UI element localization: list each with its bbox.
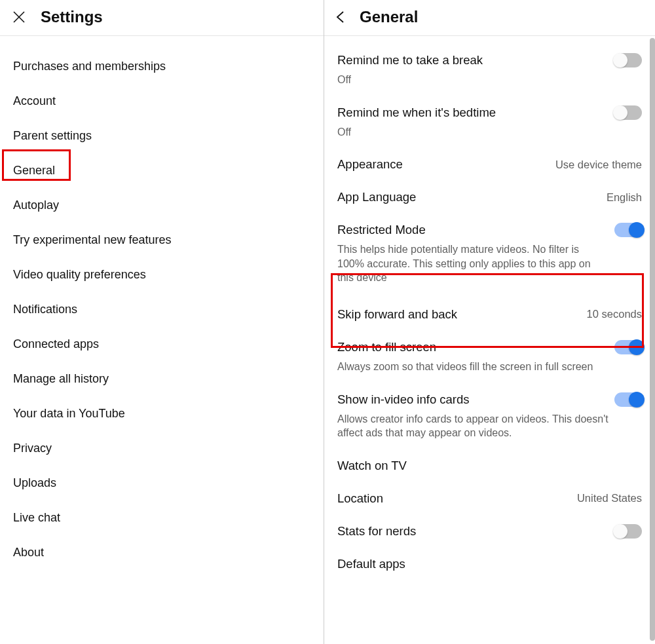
option-description: This helps hide potentially mature video… [337,242,606,285]
option-title: Watch on TV [337,459,407,473]
sidebar-item-about[interactable]: About [0,537,324,569]
sidebar-item-general[interactable]: General [0,155,324,187]
option-zoom-fill[interactable]: Zoom to fill screen Always zoom so that … [337,330,642,382]
option-state: Off [337,73,642,87]
toggle-info-cards[interactable] [614,392,642,407]
option-value: United States [577,492,642,504]
option-stats-nerds[interactable]: Stats for nerds [337,514,642,546]
option-title: Appearance [337,157,403,172]
option-default-apps[interactable]: Default apps [337,546,642,579]
sidebar-item-account[interactable]: Account [0,85,324,117]
sidebar-item-uploads[interactable]: Uploads [0,467,324,499]
option-title: Skip forward and back [337,307,457,322]
toggle-stats-nerds[interactable] [614,524,642,539]
sidebar-item-video-quality[interactable]: Video quality preferences [0,259,324,291]
sidebar-item-purchases[interactable]: Purchases and memberships [0,50,324,83]
option-location[interactable]: Location United States [337,481,642,514]
general-settings-panel: General Remind me to take a break Off Re… [324,0,655,644]
option-info-cards[interactable]: Show in-video info cards Allows creator … [337,382,642,448]
settings-header: Settings [0,0,324,36]
settings-title: Settings [41,8,103,26]
option-title: Show in-video info cards [337,392,470,407]
toggle-remind-break[interactable] [614,53,642,67]
scrollbar[interactable] [650,38,655,641]
sidebar-item-experimental[interactable]: Try experimental new features [0,224,324,256]
sidebar-item-privacy[interactable]: Privacy [0,432,324,464]
settings-sidebar: Purchases and memberships Account Parent… [0,36,324,571]
settings-sidebar-panel: Settings Purchases and memberships Accou… [0,0,324,644]
option-title: Default apps [337,557,405,571]
option-state: Off [337,125,642,140]
option-description: Allows creator info cards to appear on v… [337,412,619,440]
option-appearance[interactable]: Appearance Use device theme [337,147,642,180]
option-title: Remind me when it's bedtime [337,105,496,120]
option-title: Stats for nerds [337,524,416,539]
option-title: Restricted Mode [337,223,426,237]
option-app-language[interactable]: App Language English [337,180,642,212]
option-remind-bedtime[interactable]: Remind me when it's bedtime Off [337,95,642,147]
option-title: Remind me to take a break [337,53,483,67]
option-value: Use device theme [555,159,642,171]
sidebar-item-autoplay[interactable]: Autoplay [0,189,324,221]
toggle-zoom-fill[interactable] [614,340,642,354]
close-icon[interactable] [12,10,26,24]
back-icon[interactable] [333,10,348,24]
general-header: General [324,0,655,36]
general-title: General [360,8,418,26]
general-options-container: Remind me to take a break Off Remind me … [324,36,655,644]
sidebar-item-connected-apps[interactable]: Connected apps [0,328,324,360]
option-restricted-mode[interactable]: Restricted Mode This helps hide potentia… [337,212,642,297]
sidebar-item-parent-settings[interactable]: Parent settings [0,120,324,152]
sidebar-item-your-data[interactable]: Your data in YouTube [0,398,324,430]
option-remind-break[interactable]: Remind me to take a break Off [337,43,642,95]
sidebar-item-notifications[interactable]: Notifications [0,294,324,326]
toggle-restricted-mode[interactable] [614,223,642,237]
option-description: Always zoom so that videos fill the scre… [337,360,642,374]
option-value: 10 seconds [587,308,642,320]
general-options-list: Remind me to take a break Off Remind me … [324,36,655,579]
toggle-remind-bedtime[interactable] [614,105,642,120]
option-watch-tv[interactable]: Watch on TV [337,448,642,481]
option-value: English [607,191,642,204]
option-title: Location [337,491,383,506]
sidebar-item-manage-history[interactable]: Manage all history [0,363,324,395]
option-skip[interactable]: Skip forward and back 10 seconds [337,297,642,330]
option-title: Zoom to fill screen [337,340,436,354]
sidebar-item-live-chat[interactable]: Live chat [0,502,324,534]
option-title: App Language [337,190,416,204]
